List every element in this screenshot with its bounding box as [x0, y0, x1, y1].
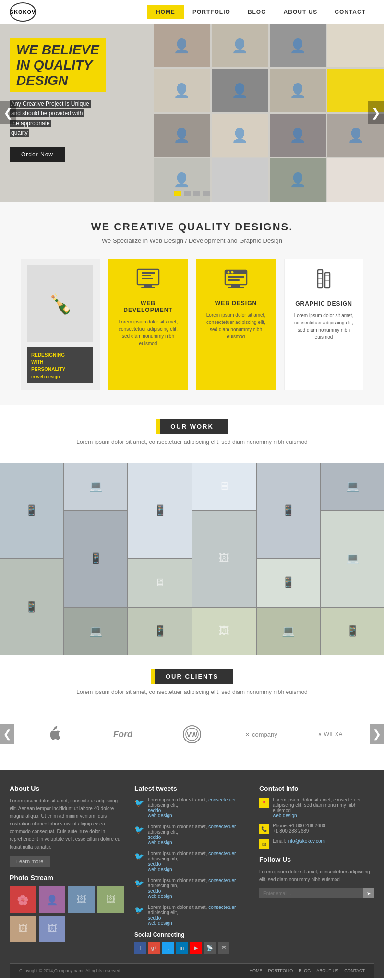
tweet-webdesign-4[interactable]: web design: [148, 894, 172, 899]
web-design-desc: Lorem ipsum dolor sit amet, consectetuer…: [203, 311, 269, 340]
graphic-design-icon: [311, 269, 337, 295]
hero-next-arrow[interactable]: ❯: [368, 101, 384, 124]
copyright: Copyright © 2014,Company name All rights…: [19, 968, 120, 973]
hero-photo-11: 👤: [270, 114, 326, 157]
svg-rect-4: [144, 285, 152, 287]
portfolio-item-14[interactable]: 📱: [128, 608, 192, 655]
youtube-icon[interactable]: ▶: [190, 942, 202, 954]
portfolio-item-11[interactable]: 🖥: [128, 559, 192, 607]
portfolio-item-5[interactable]: 📱: [257, 463, 320, 558]
portfolio-item-3[interactable]: 📱: [128, 463, 192, 558]
tweet-seddo-5[interactable]: seddo: [148, 915, 161, 920]
twitter-icon-4: 🐦: [134, 879, 144, 899]
facebook-icon[interactable]: f: [134, 942, 146, 954]
contact-phone: Phone: +1 800 288 2689+1 800 288 2689: [273, 823, 325, 834]
linkedin-icon[interactable]: in: [176, 942, 188, 954]
tweet-seddo-1[interactable]: seddo: [148, 808, 161, 813]
tweet-webdesign-5[interactable]: web design: [148, 920, 172, 926]
portfolio-item-12[interactable]: 📱: [257, 559, 320, 607]
email-subscribe-row: ➤: [259, 888, 374, 898]
follow-title: Follow Us: [259, 856, 374, 863]
rss-icon[interactable]: 📡: [204, 942, 216, 954]
contact-webdesign[interactable]: web design: [273, 813, 297, 818]
nav-contact[interactable]: CONTACT: [326, 5, 374, 19]
hero-dot-3[interactable]: [193, 191, 200, 196]
order-now-button[interactable]: Order Now: [10, 147, 65, 162]
portfolio-item-2[interactable]: 💻: [64, 463, 128, 510]
nav-about[interactable]: ABOUT US: [275, 5, 326, 19]
nav-portfolio[interactable]: PORTFOLIO: [184, 5, 239, 19]
tweet-link-2[interactable]: consectetuer: [208, 824, 236, 829]
tweet-text-1: Lorem ipsum dolor sit amet, consectetuer…: [148, 797, 250, 818]
google-plus-icon[interactable]: g+: [148, 942, 160, 954]
nav-blog[interactable]: BLOG: [239, 5, 275, 19]
hero-line1: WE BELIEVE: [16, 42, 99, 58]
creative-section: WE CREATIVE QUALITY DESIGNS. We Speciali…: [0, 202, 384, 405]
hero-dot-4[interactable]: [203, 191, 210, 196]
photo-thumb-5: 🖼: [10, 916, 36, 942]
portfolio-item-17[interactable]: 📱: [321, 608, 384, 655]
hero-dot-1[interactable]: [174, 191, 181, 196]
email-link[interactable]: info@skokov.com: [288, 838, 325, 844]
hero-dot-2[interactable]: [184, 191, 191, 196]
portfolio-item-1[interactable]: 📱: [0, 463, 63, 558]
tweet-seddo-4[interactable]: seddo: [148, 888, 161, 894]
email-subscribe-button[interactable]: ➤: [363, 888, 374, 898]
social-connecting: Social Connecting f g+ t in ▶ 📡 ✉: [134, 932, 250, 954]
logo[interactable]: SKOKOV: [10, 2, 36, 22]
with-label: WITH: [31, 359, 44, 365]
clients-prev-arrow[interactable]: ❮: [0, 724, 14, 744]
tweet-seddo-2[interactable]: seddo: [148, 835, 161, 840]
portfolio-item-9[interactable]: 💻: [321, 511, 384, 607]
footer-nav-blog[interactable]: BLOG: [299, 968, 311, 973]
tweet-5: 🐦 Lorem ipsum dolor sit amet, consectetu…: [134, 905, 250, 926]
hero-cta: Order Now: [10, 147, 130, 162]
tweet-webdesign-3[interactable]: web design: [148, 867, 172, 872]
portfolio-item-10[interactable]: 📱: [0, 559, 63, 655]
contact-email: Email: info@skokov.com: [273, 838, 325, 844]
graphic-design-title: GRAPHIC DESIGN: [295, 300, 352, 307]
clients-section: OUR CLIENTS Lorem ipsum dolor sit amet, …: [0, 655, 384, 770]
tweet-link-3[interactable]: consectetuer: [208, 851, 236, 856]
portfolio-item-6[interactable]: 💻: [321, 463, 384, 510]
nav-home[interactable]: HOME: [147, 5, 184, 19]
portfolio-item-4[interactable]: 🖥: [192, 463, 256, 510]
client-company: ✕ company: [237, 722, 285, 746]
redesigning-label: REDESIGNING: [31, 352, 65, 358]
footer-nav-contact[interactable]: CONTACT: [344, 968, 365, 973]
photo-thumb-4: 🖼: [97, 886, 124, 913]
in-web-design[interactable]: in web design: [31, 374, 60, 379]
extra-icon[interactable]: ✉: [218, 942, 229, 954]
portfolio-item-8[interactable]: 🖼: [192, 511, 256, 607]
tweet-webdesign-2[interactable]: web design: [148, 840, 172, 845]
portfolio-item-16[interactable]: 💻: [257, 608, 320, 655]
tweet-link-1[interactable]: consectetuer: [208, 797, 236, 802]
tweet-link-5[interactable]: consectetuer: [208, 905, 236, 910]
portfolio-item-13[interactable]: 💻: [64, 608, 128, 655]
photo-stream-title: Photo Stream: [10, 874, 125, 882]
tweet-seddo-3[interactable]: seddo: [148, 861, 161, 867]
tweet-link-4[interactable]: consectetuer: [208, 878, 236, 883]
hero-line3: DESIGN: [16, 73, 99, 88]
learn-more-button[interactable]: Learn more: [10, 856, 50, 867]
svg-rect-11: [228, 279, 240, 281]
tweet-webdesign-1[interactable]: web design: [148, 813, 172, 818]
twitter-icon[interactable]: t: [162, 942, 174, 954]
footer-nav-about[interactable]: ABOUT US: [316, 968, 338, 973]
svg-rect-13: [228, 287, 244, 288]
footer-nav-home[interactable]: HOME: [249, 968, 262, 973]
services-row: 🍾 REDESIGNING WITH PERSONALITY in web de…: [14, 259, 370, 390]
footer-grid: About Us Lorem ipsum dolor sit amet, con…: [10, 785, 374, 963]
tweet-3: 🐦 Lorem ipsum dolor sit amet, consectetu…: [134, 851, 250, 872]
hero-prev-arrow[interactable]: ❮: [0, 101, 16, 124]
image-card-label: REDESIGNING WITH PERSONALITY in web desi…: [27, 347, 93, 383]
hero-content: WE BELIEVE IN QUALITY DESIGN Any Creativ…: [0, 24, 139, 202]
email-subscribe-input[interactable]: [259, 888, 363, 898]
about-text: Lorem ipsum dolor sit amet, consectetur …: [10, 797, 125, 851]
clients-next-arrow[interactable]: ❯: [370, 724, 384, 744]
clients-logos: ❮ Ford VW ✕ company ∧ WIEXA ❯: [0, 713, 384, 756]
portfolio-item-7[interactable]: 📱: [64, 511, 128, 607]
footer-nav-portfolio[interactable]: PORTFOLIO: [268, 968, 293, 973]
portfolio-item-15[interactable]: 🖼: [192, 608, 256, 655]
client-vw: VW: [168, 722, 216, 746]
